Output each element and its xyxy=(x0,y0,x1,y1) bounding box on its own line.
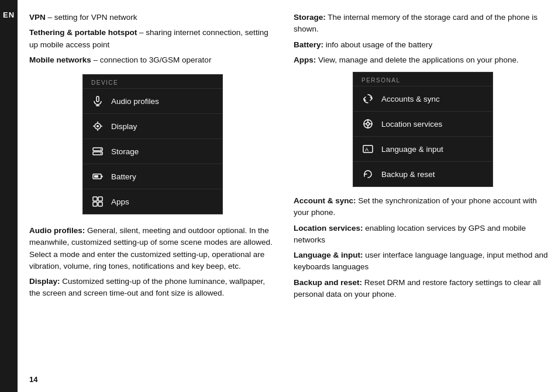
personal-menu-header: PERSONAL xyxy=(353,72,492,86)
audio-profiles-icon xyxy=(91,95,104,107)
apps-desc-bold: Apps: xyxy=(294,55,316,64)
audio-profiles-label: Audio profiles xyxy=(111,97,159,106)
svg-point-4 xyxy=(97,125,99,127)
apps-label: Apps xyxy=(111,197,129,206)
menu-item-audio-profiles[interactable]: Audio profiles xyxy=(83,88,222,113)
display-desc-rest: Customized setting-up of the phone lumin… xyxy=(29,277,265,297)
svg-point-21 xyxy=(367,123,370,126)
storage-desc-rest: The internal memory of the storage card … xyxy=(294,13,538,33)
svg-point-12 xyxy=(101,153,102,154)
accounts-sync-label: Accounts & sync xyxy=(381,95,440,103)
svg-rect-18 xyxy=(93,202,97,206)
svg-rect-0 xyxy=(97,96,99,102)
battery-icon xyxy=(91,170,104,183)
left-column: VPN – setting for VPN network Tethering … xyxy=(18,0,288,392)
svg-rect-15 xyxy=(94,175,98,178)
display-icon xyxy=(91,120,104,133)
svg-point-11 xyxy=(101,149,102,150)
accounts-sync-icon xyxy=(361,92,374,105)
tethering-bold: Tethering & portable hotspot xyxy=(29,28,137,37)
audio-profiles-desc-bold: Audio profiles: xyxy=(29,226,85,235)
backup-reset-desc-bold: Backup and reset: xyxy=(294,278,362,287)
right-column: Storage: The internal memory of the stor… xyxy=(288,0,558,392)
svg-rect-14 xyxy=(102,176,103,178)
mobile-networks-bold: Mobile networks xyxy=(29,55,91,64)
language-input-icon: A xyxy=(361,143,374,155)
battery-desc-bold: Battery: xyxy=(294,40,323,49)
storage-desc-bold: Storage: xyxy=(294,13,326,22)
language-input-desc-bold: Language & input: xyxy=(294,251,363,259)
apps-desc-rest: View, manage and delete the applications… xyxy=(316,55,519,64)
svg-text:A: A xyxy=(365,147,368,152)
backup-reset-label: Backup & reset xyxy=(381,170,435,179)
location-services-desc-bold: Location services: xyxy=(294,224,363,233)
account-sync-desc: Account & sync: Set the synchronization … xyxy=(294,195,552,219)
account-sync-desc-bold: Account & sync: xyxy=(294,196,356,205)
storage-icon xyxy=(91,145,104,158)
battery-desc-rest: info about usage of the battery xyxy=(323,40,432,49)
menu-item-battery[interactable]: Battery xyxy=(83,164,222,189)
location-services-label: Location services xyxy=(381,120,442,129)
battery-desc: Battery: info about usage of the battery xyxy=(294,39,552,51)
menu-item-location-services[interactable]: Location services xyxy=(353,111,492,136)
mobile-networks-rest: – connection to 3G/GSM operator xyxy=(91,55,212,64)
menu-item-backup-reset[interactable]: Backup & reset xyxy=(353,161,492,186)
svg-rect-19 xyxy=(98,202,102,206)
menu-item-apps[interactable]: Apps xyxy=(83,189,222,214)
personal-menu: PERSONAL Accounts & sync xyxy=(353,72,493,187)
backup-reset-icon xyxy=(361,168,374,181)
menu-item-accounts-sync[interactable]: Accounts & sync xyxy=(353,86,492,111)
storage-desc: Storage: The internal memory of the stor… xyxy=(294,12,552,36)
page-number: 14 xyxy=(29,375,37,384)
menu-item-display[interactable]: Display xyxy=(83,113,222,138)
menu-item-storage[interactable]: Storage xyxy=(83,138,222,164)
device-menu: DEVICE Audio profiles xyxy=(82,74,223,214)
language-input-desc: Language & input: user interface languag… xyxy=(294,249,552,273)
mobile-networks-para: Mobile networks – connection to 3G/GSM o… xyxy=(29,54,276,66)
device-menu-header: DEVICE xyxy=(83,75,222,88)
svg-rect-16 xyxy=(93,197,97,201)
apps-desc: Apps: View, manage and delete the applic… xyxy=(294,54,552,66)
vpn-rest: – setting for VPN network xyxy=(46,13,137,22)
location-services-icon xyxy=(361,117,374,130)
location-services-desc: Location services: enabling location ser… xyxy=(294,223,552,247)
apps-icon xyxy=(91,195,104,208)
language-label: EN xyxy=(0,0,18,392)
language-input-label: Language & input xyxy=(381,145,443,154)
display-label: Display xyxy=(111,122,137,131)
tethering-para: Tethering & portable hotspot – sharing i… xyxy=(29,27,276,51)
vpn-bold: VPN xyxy=(29,13,46,22)
storage-label: Storage xyxy=(111,147,139,156)
backup-reset-desc: Backup and reset: Reset DRM and restore … xyxy=(294,277,552,301)
battery-label: Battery xyxy=(111,172,136,181)
display-desc-bold: Display: xyxy=(29,277,60,286)
language-text: EN xyxy=(3,11,15,19)
vpn-para: VPN – setting for VPN network xyxy=(29,12,276,23)
svg-rect-17 xyxy=(98,197,102,201)
audio-profiles-desc: Audio profiles: General, silent, meeting… xyxy=(29,225,276,272)
menu-item-language-input[interactable]: A Language & input xyxy=(353,136,492,161)
display-desc: Display: Customized setting-up of the ph… xyxy=(29,276,276,300)
